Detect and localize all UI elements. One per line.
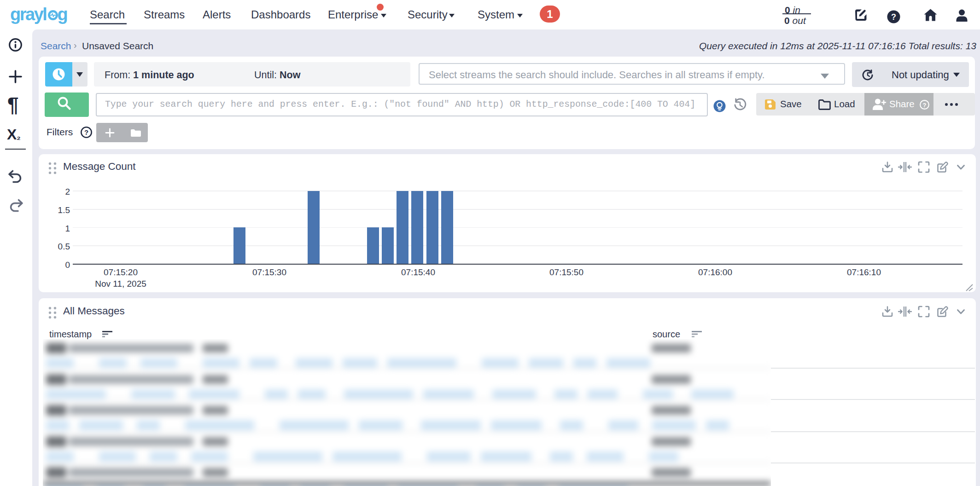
- svg-text:?: ?: [923, 101, 927, 108]
- svg-text:?: ?: [891, 12, 896, 22]
- svg-text:?: ?: [84, 128, 88, 136]
